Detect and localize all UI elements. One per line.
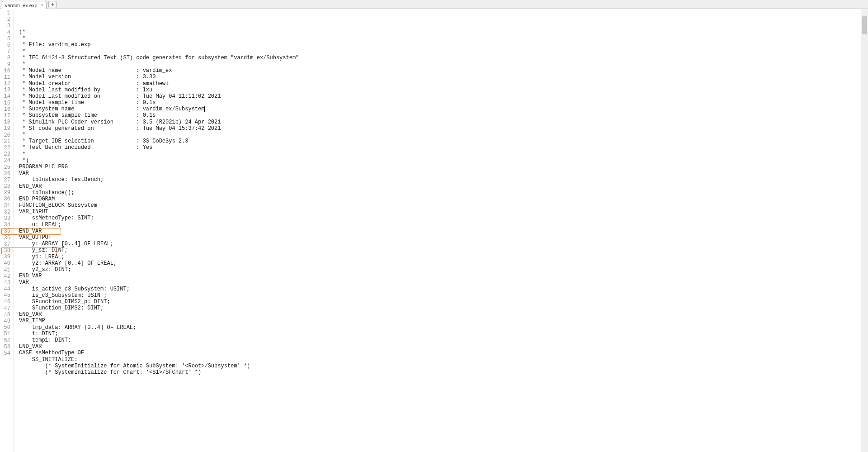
line-number: 51 (0, 331, 13, 337)
code-line[interactable]: * File: vardim_ex.exp (19, 42, 868, 48)
code-line[interactable]: END_VAR (19, 228, 868, 234)
line-number: 52 (0, 338, 13, 344)
code-line[interactable]: * Target IDE selection : 3S CoDeSys 2.3 (19, 138, 868, 144)
code-line[interactable]: *) (19, 157, 868, 164)
line-number: 11 (0, 74, 13, 81)
close-icon[interactable]: × (41, 3, 44, 8)
code-area[interactable]: (* * * File: vardim_ex.exp * * IEC 61131… (14, 9, 868, 452)
line-number: 3 (0, 23, 13, 29)
scroll-thumb[interactable] (862, 16, 867, 34)
line-number: 6 (0, 42, 13, 48)
line-number: 10 (0, 68, 13, 74)
code-line[interactable]: * (19, 151, 868, 157)
code-line[interactable]: is_active_c3_Subsystem: USINT; (19, 286, 868, 292)
code-line[interactable]: (* SystemInitialize for Atomic SubSystem… (19, 363, 868, 369)
code-line[interactable]: END_VAR (19, 311, 868, 318)
code-line[interactable]: i: DINT; (19, 331, 868, 337)
code-line[interactable]: tbInstance: TestBench; (19, 176, 868, 183)
code-line[interactable]: temp1: DINT; (19, 337, 868, 343)
code-line[interactable]: * (19, 35, 868, 42)
line-number: 42 (0, 273, 13, 280)
code-line[interactable]: u: LREAL; (19, 222, 868, 228)
code-line[interactable]: * (19, 48, 868, 55)
line-number: 4 (0, 29, 13, 36)
code-line[interactable]: VAR_TEMP (19, 318, 868, 324)
code-line[interactable]: tmp_data: ARRAY [0..4] OF LREAL; (19, 324, 868, 331)
line-number: 44 (0, 286, 13, 292)
code-line[interactable]: PROGRAM PLC_PRG (19, 164, 868, 170)
line-number: 41 (0, 267, 13, 273)
vertical-guide (210, 9, 210, 452)
line-number: 14 (0, 93, 13, 100)
code-line[interactable]: * (19, 61, 868, 67)
code-line[interactable]: SS_INITIALIZE: (19, 357, 868, 363)
code-line[interactable]: * Model name : vardim_ex (19, 67, 868, 74)
code-line[interactable]: CASE ssMethodType OF (19, 350, 868, 356)
code-line[interactable]: * Simulink PLC Coder version : 3.5 (R202… (19, 119, 868, 125)
code-line[interactable]: is_c3_Subsystem: USINT; (19, 292, 868, 299)
code-line[interactable]: (* SystemInitialize for Chart: '<S1>/SFC… (19, 369, 868, 376)
line-number: 50 (0, 324, 13, 331)
line-number: 31 (0, 203, 13, 209)
line-number: 19 (0, 125, 13, 132)
line-number: 1 (0, 10, 13, 16)
file-tab[interactable]: vardim_ex.exp × (2, 1, 47, 9)
code-line[interactable]: END_VAR (19, 183, 868, 190)
text-cursor (204, 106, 205, 112)
line-number: 25 (0, 164, 13, 171)
add-tab-button[interactable]: + (48, 1, 57, 8)
code-line[interactable]: END_VAR (19, 343, 868, 350)
code-line[interactable]: * Test Bench included : Yes (19, 144, 868, 151)
code-line[interactable]: * ST code generated on : Tue May 04 15:3… (19, 125, 868, 132)
line-number: 32 (0, 209, 13, 215)
line-number: 28 (0, 183, 13, 190)
code-line[interactable]: (* (19, 29, 868, 35)
code-line[interactable]: * (19, 132, 868, 138)
line-number: 8 (0, 55, 13, 61)
code-line[interactable]: * Model sample time : 0.1s (19, 100, 868, 106)
line-number: 49 (0, 318, 13, 324)
line-number: 47 (0, 305, 13, 312)
line-number: 7 (0, 48, 13, 55)
line-number: 24 (0, 157, 13, 164)
code-line[interactable]: SFunction_DIMS2: DINT; (19, 305, 868, 311)
code-line[interactable]: * Model last modified by : lxu (19, 87, 868, 93)
code-line[interactable]: VAR_INPUT (19, 209, 868, 215)
code-line[interactable]: SFunction_DIMS2_p: DINT; (19, 299, 868, 305)
line-number: 29 (0, 190, 13, 196)
code-line[interactable]: y_sz: DINT; (19, 247, 868, 253)
line-number: 46 (0, 299, 13, 305)
vertical-scrollbar[interactable] (861, 9, 868, 452)
code-line[interactable]: VAR_OUTPUT (19, 234, 868, 241)
line-number: 15 (0, 100, 13, 106)
code-line[interactable]: END_VAR (19, 273, 868, 279)
code-line[interactable]: * IEC 61131-3 Structured Text (ST) code … (19, 55, 868, 61)
line-number: 37 (0, 241, 13, 247)
code-line[interactable]: y1: LREAL; (19, 254, 868, 260)
code-line[interactable]: * Model last modified on : Tue May 04 11… (19, 93, 868, 100)
code-line[interactable]: y2: ARRAY [0..4] OF LREAL; (19, 260, 868, 266)
code-line[interactable]: FUNCTION_BLOCK Subsystem (19, 202, 868, 209)
line-number: 22 (0, 145, 13, 151)
line-number: 13 (0, 87, 13, 93)
code-line[interactable]: VAR (19, 170, 868, 176)
editor: 1234567891011121314151617181920212223242… (0, 9, 868, 452)
code-line[interactable]: ssMethodType: SINT; (19, 215, 868, 221)
code-line[interactable]: y: ARRAY [0..4] OF LREAL; (19, 241, 868, 247)
code-line[interactable]: tbInstance(); (19, 190, 868, 196)
line-number: 43 (0, 280, 13, 286)
code-line[interactable]: * Model version : 3.30 (19, 74, 868, 80)
line-number: 9 (0, 62, 13, 68)
line-number: 35 (0, 228, 13, 234)
code-line[interactable]: * Model creator : amathewi (19, 81, 868, 87)
tab-label: vardim_ex.exp (5, 3, 38, 8)
line-number: 17 (0, 113, 13, 119)
code-line[interactable]: * Subsystem name : vardim_ex/Subsystem (19, 106, 868, 112)
line-number: 26 (0, 171, 13, 177)
code-line[interactable]: * Subsystem sample time : 0.1s (19, 112, 868, 119)
line-number: 30 (0, 196, 13, 202)
code-line[interactable]: END_PROGRAM (19, 196, 868, 202)
code-line[interactable]: VAR (19, 279, 868, 285)
code-line[interactable]: y2_sz: DINT; (19, 266, 868, 273)
line-number: 40 (0, 260, 13, 266)
